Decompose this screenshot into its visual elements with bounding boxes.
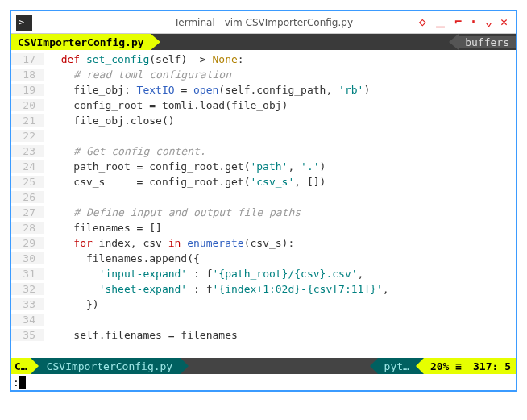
line-number: 32 <box>11 283 44 295</box>
code-line: # Get config content. <box>44 145 206 157</box>
code-line: }) <box>44 298 99 310</box>
window-button-dot[interactable]: · <box>470 15 477 30</box>
tab-active[interactable]: CSVImporterConfig.py <box>11 34 151 50</box>
status-bar: C… CSVImporterConfig.py pyt… 20% ≡ 317: … <box>11 358 516 374</box>
line-number: 20 <box>11 99 44 111</box>
window-controls: ◇ ＿ ⌐ · ⌄ ✕ <box>419 15 516 30</box>
line-number: 17 <box>11 53 44 65</box>
separator-icon <box>181 358 189 374</box>
cursor-icon <box>19 376 26 389</box>
line-number: 26 <box>11 191 44 203</box>
line-number: 18 <box>11 69 44 81</box>
code-line: filenames.append({ <box>44 252 200 264</box>
tab-separator-right-icon <box>449 34 459 50</box>
separator-icon <box>31 358 39 374</box>
line-number: 34 <box>11 314 44 326</box>
line-number: 30 <box>11 252 44 264</box>
window-button-1[interactable]: ◇ <box>419 15 426 30</box>
line-number: 25 <box>11 176 44 188</box>
code-line: file_obj.close() <box>44 114 175 127</box>
tab-separator-icon <box>151 34 160 50</box>
line-number: 28 <box>11 222 44 234</box>
window-button-caret[interactable]: ⌄ <box>485 15 492 30</box>
code-line: for index, csv in enumerate(csv_s): <box>44 237 294 249</box>
line-number: 29 <box>11 237 44 249</box>
status-percent: 20% ≡ <box>424 358 468 374</box>
buffers-label[interactable]: buffers <box>459 36 516 48</box>
cmdline-prompt: : <box>13 376 19 389</box>
code-line: 'input-expand' : f'{path_root}/{csv}.csv… <box>44 268 363 280</box>
status-filetype: pyt… <box>378 358 416 374</box>
terminal-app-icon: >_ <box>16 15 32 31</box>
code-line: # read toml configuration <box>44 69 231 81</box>
command-line[interactable]: : <box>11 374 516 390</box>
terminal-window: >_ Terminal - vim CSVImporterConfig.py ◇… <box>10 10 517 392</box>
line-number: 27 <box>11 206 44 218</box>
maximize-button[interactable]: ⌐ <box>454 15 462 30</box>
code-line: 'sheet-expand' : f'{index+1:02d}-{csv[7:… <box>44 283 389 295</box>
line-number: 31 <box>11 268 44 280</box>
code-line: csv_s = config_root.get('csv_s', []) <box>44 176 326 188</box>
minimize-button[interactable]: ＿ <box>434 15 446 30</box>
titlebar: >_ Terminal - vim CSVImporterConfig.py ◇… <box>11 11 516 34</box>
status-filename: CSVImporterConfig.py <box>39 358 181 374</box>
separator-icon <box>416 358 424 374</box>
code-line: self.filenames = filenames <box>44 329 238 341</box>
status-spacer <box>189 358 369 374</box>
line-number: 22 <box>11 130 44 142</box>
line-number: 35 <box>11 329 44 341</box>
line-number: 24 <box>11 160 44 173</box>
code-line: config_root = tomli.load(file_obj) <box>44 99 288 111</box>
line-number: 23 <box>11 145 44 157</box>
code-line: # Define input and output file paths <box>44 206 301 218</box>
close-button[interactable]: ✕ <box>500 15 508 30</box>
code-line: filenames = [] <box>44 222 162 234</box>
status-position: 317: 5 <box>468 358 516 374</box>
editor-viewport[interactable]: 17 def set_config(self) -> None: 18 # re… <box>11 50 516 358</box>
separator-icon <box>370 358 378 374</box>
code-line: path_root = config_root.get('path', '.') <box>44 160 326 173</box>
tab-bar: CSVImporterConfig.py buffers <box>11 34 516 50</box>
status-mode: C… <box>11 358 31 374</box>
code-line: file_obj: TextIO = open(self.config_path… <box>44 84 370 96</box>
code-line: def set_config(self) -> None: <box>44 53 244 65</box>
line-number: 21 <box>11 114 44 127</box>
line-number: 19 <box>11 84 44 96</box>
line-number: 33 <box>11 298 44 310</box>
